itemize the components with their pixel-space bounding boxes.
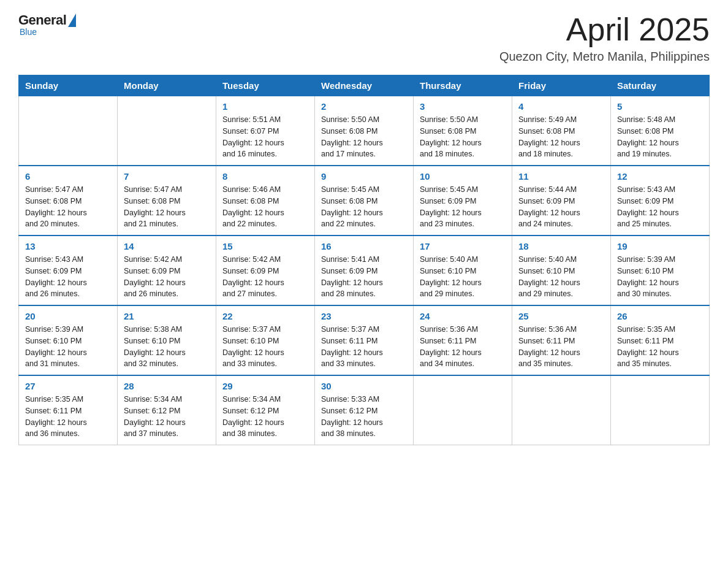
calendar-cell	[19, 96, 118, 166]
calendar-cell: 7Sunrise: 5:47 AMSunset: 6:08 PMDaylight…	[118, 166, 216, 236]
day-info: Sunrise: 5:34 AMSunset: 6:12 PMDaylight:…	[124, 394, 210, 440]
day-info: Sunrise: 5:49 AMSunset: 6:08 PMDaylight:…	[518, 114, 604, 160]
calendar-cell: 27Sunrise: 5:35 AMSunset: 6:11 PMDayligh…	[19, 375, 118, 445]
calendar-cell: 16Sunrise: 5:41 AMSunset: 6:09 PMDayligh…	[315, 236, 414, 305]
day-number: 6	[25, 171, 111, 182]
page-title: April 2025	[499, 12, 710, 47]
day-number: 18	[518, 241, 604, 251]
calendar-cell: 23Sunrise: 5:37 AMSunset: 6:11 PMDayligh…	[315, 305, 414, 375]
calendar-cell: 15Sunrise: 5:42 AMSunset: 6:09 PMDayligh…	[216, 236, 315, 305]
day-number: 16	[321, 241, 407, 251]
day-info: Sunrise: 5:35 AMSunset: 6:11 PMDaylight:…	[25, 394, 111, 440]
day-info: Sunrise: 5:37 AMSunset: 6:10 PMDaylight:…	[222, 324, 308, 370]
weekday-header-friday: Friday	[512, 75, 611, 96]
calendar-cell: 26Sunrise: 5:35 AMSunset: 6:11 PMDayligh…	[611, 305, 710, 375]
calendar-cell	[414, 375, 512, 445]
day-info: Sunrise: 5:40 AMSunset: 6:10 PMDaylight:…	[420, 254, 506, 300]
weekday-header-wednesday: Wednesday	[315, 75, 414, 96]
calendar-cell: 12Sunrise: 5:43 AMSunset: 6:09 PMDayligh…	[611, 166, 710, 236]
calendar-cell: 2Sunrise: 5:50 AMSunset: 6:08 PMDaylight…	[315, 96, 414, 166]
title-block: April 2025 Quezon City, Metro Manila, Ph…	[499, 12, 710, 64]
day-number: 1	[222, 101, 308, 112]
day-number: 20	[25, 311, 111, 321]
calendar-table: SundayMondayTuesdayWednesdayThursdayFrid…	[18, 75, 710, 445]
day-number: 13	[25, 241, 111, 251]
calendar-cell: 28Sunrise: 5:34 AMSunset: 6:12 PMDayligh…	[118, 375, 216, 445]
day-info: Sunrise: 5:43 AMSunset: 6:09 PMDaylight:…	[617, 184, 703, 230]
day-info: Sunrise: 5:36 AMSunset: 6:11 PMDaylight:…	[518, 324, 604, 370]
weekday-header-saturday: Saturday	[611, 75, 710, 96]
day-number: 28	[124, 381, 210, 391]
calendar-cell: 25Sunrise: 5:36 AMSunset: 6:11 PMDayligh…	[512, 305, 611, 375]
day-number: 26	[617, 311, 703, 321]
day-info: Sunrise: 5:45 AMSunset: 6:09 PMDaylight:…	[420, 184, 506, 230]
day-info: Sunrise: 5:50 AMSunset: 6:08 PMDaylight:…	[420, 114, 506, 160]
day-number: 24	[420, 311, 506, 321]
day-number: 10	[420, 171, 506, 182]
calendar-cell: 20Sunrise: 5:39 AMSunset: 6:10 PMDayligh…	[19, 305, 118, 375]
logo-triangle-icon	[68, 13, 76, 27]
calendar-cell: 11Sunrise: 5:44 AMSunset: 6:09 PMDayligh…	[512, 166, 611, 236]
day-info: Sunrise: 5:38 AMSunset: 6:10 PMDaylight:…	[124, 324, 210, 370]
day-number: 5	[617, 101, 703, 112]
calendar-cell	[512, 375, 611, 445]
day-number: 12	[617, 171, 703, 182]
day-info: Sunrise: 5:33 AMSunset: 6:12 PMDaylight:…	[321, 394, 407, 440]
weekday-header-sunday: Sunday	[19, 75, 118, 96]
calendar-cell	[611, 375, 710, 445]
day-number: 19	[617, 241, 703, 251]
day-info: Sunrise: 5:37 AMSunset: 6:11 PMDaylight:…	[321, 324, 407, 370]
day-number: 25	[518, 311, 604, 321]
calendar-header-row: SundayMondayTuesdayWednesdayThursdayFrid…	[19, 75, 710, 96]
day-number: 22	[222, 311, 308, 321]
day-number: 3	[420, 101, 506, 112]
day-number: 21	[124, 311, 210, 321]
day-number: 15	[222, 241, 308, 251]
day-number: 23	[321, 311, 407, 321]
calendar-week-1: 1Sunrise: 5:51 AMSunset: 6:07 PMDaylight…	[19, 96, 710, 166]
calendar-cell: 19Sunrise: 5:39 AMSunset: 6:10 PMDayligh…	[611, 236, 710, 305]
day-info: Sunrise: 5:44 AMSunset: 6:09 PMDaylight:…	[518, 184, 604, 230]
day-number: 14	[124, 241, 210, 251]
day-info: Sunrise: 5:47 AMSunset: 6:08 PMDaylight:…	[25, 184, 111, 230]
day-info: Sunrise: 5:45 AMSunset: 6:08 PMDaylight:…	[321, 184, 407, 230]
day-info: Sunrise: 5:51 AMSunset: 6:07 PMDaylight:…	[222, 114, 308, 160]
location-subtitle: Quezon City, Metro Manila, Philippines	[499, 50, 710, 64]
calendar-cell: 22Sunrise: 5:37 AMSunset: 6:10 PMDayligh…	[216, 305, 315, 375]
weekday-header-tuesday: Tuesday	[216, 75, 315, 96]
calendar-cell: 13Sunrise: 5:43 AMSunset: 6:09 PMDayligh…	[19, 236, 118, 305]
day-number: 8	[222, 171, 308, 182]
day-info: Sunrise: 5:50 AMSunset: 6:08 PMDaylight:…	[321, 114, 407, 160]
page-header: General Blue April 2025 Quezon City, Met…	[18, 12, 710, 64]
logo: General Blue	[18, 12, 76, 37]
calendar-cell: 1Sunrise: 5:51 AMSunset: 6:07 PMDaylight…	[216, 96, 315, 166]
day-number: 9	[321, 171, 407, 182]
day-info: Sunrise: 5:42 AMSunset: 6:09 PMDaylight:…	[124, 254, 210, 300]
calendar-cell: 17Sunrise: 5:40 AMSunset: 6:10 PMDayligh…	[414, 236, 512, 305]
calendar-cell: 24Sunrise: 5:36 AMSunset: 6:11 PMDayligh…	[414, 305, 512, 375]
day-info: Sunrise: 5:47 AMSunset: 6:08 PMDaylight:…	[124, 184, 210, 230]
day-number: 30	[321, 381, 407, 391]
day-number: 29	[222, 381, 308, 391]
calendar-cell: 5Sunrise: 5:48 AMSunset: 6:08 PMDaylight…	[611, 96, 710, 166]
calendar-week-2: 6Sunrise: 5:47 AMSunset: 6:08 PMDaylight…	[19, 166, 710, 236]
calendar-week-3: 13Sunrise: 5:43 AMSunset: 6:09 PMDayligh…	[19, 236, 710, 305]
day-number: 7	[124, 171, 210, 182]
day-info: Sunrise: 5:46 AMSunset: 6:08 PMDaylight:…	[222, 184, 308, 230]
calendar-cell: 6Sunrise: 5:47 AMSunset: 6:08 PMDaylight…	[19, 166, 118, 236]
calendar-cell: 3Sunrise: 5:50 AMSunset: 6:08 PMDaylight…	[414, 96, 512, 166]
day-number: 17	[420, 241, 506, 251]
calendar-cell: 9Sunrise: 5:45 AMSunset: 6:08 PMDaylight…	[315, 166, 414, 236]
calendar-cell: 21Sunrise: 5:38 AMSunset: 6:10 PMDayligh…	[118, 305, 216, 375]
day-info: Sunrise: 5:35 AMSunset: 6:11 PMDaylight:…	[617, 324, 703, 370]
calendar-cell: 10Sunrise: 5:45 AMSunset: 6:09 PMDayligh…	[414, 166, 512, 236]
calendar-cell: 4Sunrise: 5:49 AMSunset: 6:08 PMDaylight…	[512, 96, 611, 166]
calendar-cell: 14Sunrise: 5:42 AMSunset: 6:09 PMDayligh…	[118, 236, 216, 305]
day-number: 11	[518, 171, 604, 182]
day-number: 27	[25, 381, 111, 391]
day-info: Sunrise: 5:48 AMSunset: 6:08 PMDaylight:…	[617, 114, 703, 160]
day-info: Sunrise: 5:43 AMSunset: 6:09 PMDaylight:…	[25, 254, 111, 300]
calendar-cell: 30Sunrise: 5:33 AMSunset: 6:12 PMDayligh…	[315, 375, 414, 445]
calendar-cell	[118, 96, 216, 166]
calendar-cell: 8Sunrise: 5:46 AMSunset: 6:08 PMDaylight…	[216, 166, 315, 236]
